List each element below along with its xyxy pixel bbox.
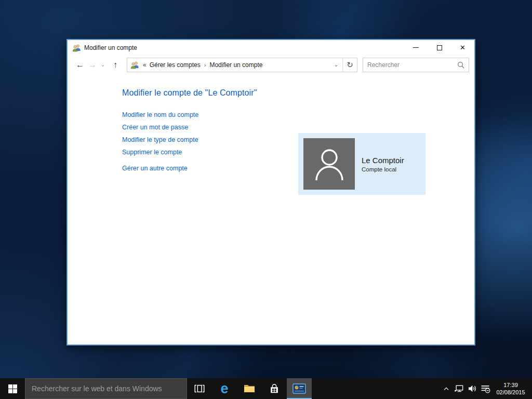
account-type: Compte local — [362, 166, 404, 172]
breadcrumb-item-modifier-un-compte[interactable]: Modifier un compte — [209, 61, 262, 69]
back-button[interactable]: ← — [74, 61, 86, 69]
chevron-up-icon — [442, 384, 450, 393]
up-button[interactable]: ↑ — [109, 61, 122, 69]
action-center-icon — [480, 383, 490, 394]
address-user-accounts-icon — [130, 61, 139, 69]
navigation-toolbar: ← → ⌄ ↑ « Gérer les comptes › Modifier u… — [68, 55, 474, 74]
window-content: Modifier le compte de "Le Comptoir" Modi… — [68, 74, 474, 344]
taskbar: e — [0, 378, 532, 399]
page-title: Modifier le compte de "Le Comptoir" — [122, 88, 474, 98]
clock-date: 02/08/2015 — [491, 389, 530, 396]
window-titlebar[interactable]: Modifier un compte ✕ — [68, 40, 474, 55]
forward-button: → — [86, 61, 99, 69]
clock-time: 17:39 — [491, 381, 530, 389]
tray-chevron-button[interactable] — [440, 378, 453, 399]
control-panel-window: Modifier un compte ✕ ← → ⌄ ↑ « Gérer les… — [66, 39, 475, 345]
maximize-icon — [437, 45, 442, 50]
address-dropdown-icon[interactable]: ⌄ — [330, 62, 342, 68]
link-modifier-type[interactable]: Modifier le type de compte — [122, 136, 198, 143]
window-search-box[interactable] — [363, 58, 469, 72]
search-icon[interactable] — [457, 61, 464, 69]
task-view-button[interactable] — [187, 378, 212, 399]
store-icon — [269, 383, 280, 394]
avatar — [303, 138, 355, 190]
breadcrumb-item-gerer-les-comptes[interactable]: Gérer les comptes — [150, 61, 201, 69]
action-center-button[interactable] — [478, 378, 491, 399]
clock[interactable]: 17:39 02/08/2015 — [491, 381, 530, 396]
file-explorer-button[interactable] — [237, 378, 262, 399]
close-icon: ✕ — [460, 44, 466, 51]
window-title: Modifier un compte — [84, 44, 137, 51]
window-search-input[interactable] — [367, 61, 457, 69]
minimize-icon — [413, 47, 419, 48]
file-explorer-icon — [243, 382, 256, 395]
maximize-button[interactable] — [428, 40, 451, 55]
breadcrumb-collapse-chevrons[interactable]: « — [143, 61, 147, 69]
minimize-button[interactable] — [404, 40, 428, 55]
network-icon — [454, 383, 464, 394]
user-account-tile: Le Comptoir Compte local — [298, 133, 425, 195]
address-bar[interactable]: « Gérer les comptes › Modifier un compte… — [127, 58, 357, 72]
link-supprimer-compte[interactable]: Supprimer le compte — [122, 149, 182, 156]
volume-button[interactable] — [466, 378, 478, 399]
user-accounts-taskbar-button[interactable] — [287, 378, 312, 399]
edge-icon: e — [220, 382, 228, 396]
volume-icon — [467, 383, 477, 394]
edge-button[interactable]: e — [212, 378, 237, 399]
refresh-button[interactable]: ↻ — [343, 60, 357, 70]
recent-pages-dropdown-icon[interactable]: ⌄ — [99, 62, 107, 68]
link-creer-mot-de-passe[interactable]: Créer un mot de passe — [122, 124, 188, 131]
user-accounts-icon — [72, 44, 81, 52]
person-icon — [313, 146, 345, 182]
link-modifier-nom[interactable]: Modifier le nom du compte — [122, 111, 198, 118]
taskbar-search-box[interactable] — [25, 378, 187, 399]
windows-logo-icon — [8, 384, 17, 393]
system-tray: 17:39 02/08/2015 — [440, 378, 532, 399]
account-name: Le Comptoir — [362, 156, 404, 165]
store-button[interactable] — [262, 378, 287, 399]
breadcrumb-separator-icon[interactable]: › — [204, 62, 206, 68]
user-accounts-window-icon — [292, 383, 306, 394]
start-button[interactable] — [0, 378, 25, 399]
taskbar-search-input[interactable] — [32, 384, 187, 393]
close-button[interactable]: ✕ — [451, 40, 474, 55]
link-gerer-autre-compte[interactable]: Gérer un autre compte — [122, 165, 188, 172]
task-view-icon — [194, 383, 205, 394]
network-button[interactable] — [453, 378, 466, 399]
